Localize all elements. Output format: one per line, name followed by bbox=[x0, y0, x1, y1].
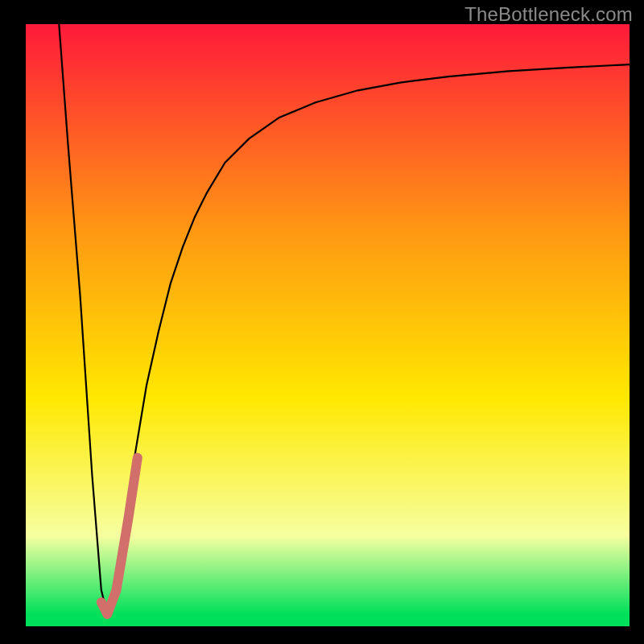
plot-area bbox=[26, 24, 630, 626]
chart-frame: TheBottleneck.com bbox=[0, 0, 644, 644]
watermark-text: TheBottleneck.com bbox=[464, 3, 633, 26]
bottleneck-chart bbox=[0, 0, 644, 644]
